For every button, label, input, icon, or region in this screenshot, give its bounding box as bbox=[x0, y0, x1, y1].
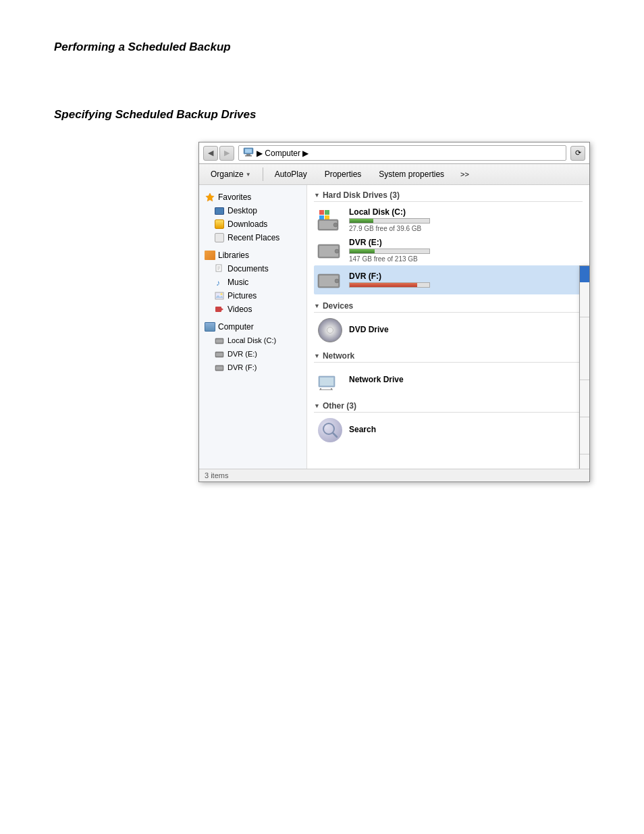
nav-libraries[interactable]: Libraries bbox=[199, 249, 306, 262]
forward-button[interactable]: ▶ bbox=[219, 146, 234, 161]
other-item-name: Search bbox=[349, 425, 580, 434]
context-sep3 bbox=[580, 417, 589, 417]
devices-group-label: Devices bbox=[323, 301, 353, 311]
music-icon: ♪ bbox=[214, 277, 225, 288]
dvr-f-wrapper: DVR (F:) Open bbox=[314, 265, 583, 294]
network-group-header: ▼ Network bbox=[314, 351, 583, 363]
context-menu-properties[interactable]: Properties bbox=[580, 457, 589, 469]
nav-downloads[interactable]: Downloads bbox=[199, 217, 306, 231]
network-group-label: Network bbox=[323, 351, 354, 361]
local-disk-c-icon-img bbox=[317, 208, 344, 232]
other-item[interactable]: Search bbox=[314, 415, 583, 444]
context-menu-include-library[interactable]: Include in library ▶ bbox=[580, 361, 589, 377]
screenshot-container: ◀ ▶ ▶ Computer bbox=[54, 142, 590, 482]
nav-videos-label: Videos bbox=[227, 305, 252, 314]
context-menu-share-with[interactable]: Share with ▶ bbox=[580, 319, 589, 336]
section2-title: Specifying Scheduled Backup Drives bbox=[54, 108, 590, 122]
autoplay-button[interactable]: AutoPlay bbox=[267, 167, 315, 182]
properties-button[interactable]: Properties bbox=[317, 167, 369, 182]
nav-computer[interactable]: Computer bbox=[199, 320, 306, 334]
context-menu-open-new-window[interactable]: Open in new window bbox=[580, 282, 589, 298]
nav-documents[interactable]: Documents bbox=[199, 262, 306, 276]
svg-rect-18 bbox=[216, 353, 223, 357]
nav-dvr-e[interactable]: DVR (E:) bbox=[199, 347, 306, 361]
dvr-e-item[interactable]: DVR (E:) 147 GB free of 213 GB bbox=[314, 235, 583, 265]
status-bar: 3 items bbox=[199, 469, 589, 481]
nav-favorites-section: Favorites Desktop bbox=[199, 190, 306, 244]
nav-recent-places[interactable]: Recent Places bbox=[199, 231, 306, 244]
context-menu-copy[interactable]: Copy bbox=[580, 398, 589, 415]
context-menu: Open Open in new window Open AutoPlay... bbox=[579, 265, 589, 469]
explorer-window: ◀ ▶ ▶ Computer bbox=[198, 142, 590, 482]
dvr-e-icon-img bbox=[317, 238, 344, 262]
svg-marker-14 bbox=[221, 308, 223, 311]
toolbar-more-button[interactable]: >> bbox=[454, 167, 475, 181]
other-triangle-icon: ▼ bbox=[314, 402, 320, 409]
network-drive-item[interactable]: Network Drive bbox=[314, 365, 583, 394]
address-path[interactable]: ▶ Computer ▶ bbox=[238, 145, 566, 161]
nav-libraries-label: Libraries bbox=[218, 251, 249, 260]
organize-button[interactable]: Organize ▼ bbox=[203, 167, 259, 182]
back-button[interactable]: ◀ bbox=[203, 146, 218, 161]
network-drive-info: Network Drive bbox=[349, 375, 580, 386]
context-menu-open[interactable]: Open bbox=[580, 266, 589, 282]
address-path-icon bbox=[243, 147, 254, 159]
nav-videos[interactable]: Videos bbox=[199, 303, 306, 316]
videos-icon bbox=[214, 304, 225, 315]
nav-tree: Favorites Desktop bbox=[199, 185, 307, 469]
dvr-f-name: DVR (F:) bbox=[349, 271, 580, 281]
context-sep1 bbox=[580, 317, 589, 317]
dvd-device-item[interactable]: DVD Drive bbox=[314, 315, 583, 344]
address-bar: ◀ ▶ ▶ Computer bbox=[199, 142, 589, 164]
section1: Performing a Scheduled Backup bbox=[54, 41, 590, 54]
other-group: ▼ Other (3) bbox=[314, 401, 583, 444]
recent-places-icon bbox=[214, 232, 225, 243]
section1-title: Performing a Scheduled Backup bbox=[54, 41, 590, 54]
nav-dvr-e-label: DVR (E:) bbox=[227, 350, 257, 358]
local-disk-c-size: 27.9 GB free of 39.6 GB bbox=[349, 225, 580, 232]
nav-desktop-label: Desktop bbox=[227, 206, 257, 215]
desktop-icon bbox=[214, 205, 225, 216]
context-menu-restore-versions[interactable]: Restore previous versions bbox=[580, 336, 589, 361]
hdd-group-header: ▼ Hard Disk Drives (3) bbox=[314, 190, 583, 202]
svg-point-12 bbox=[221, 293, 223, 295]
nav-local-disk-c[interactable]: Local Disk (C:) bbox=[199, 334, 306, 347]
local-disk-c-bar bbox=[349, 218, 430, 224]
context-menu-create-shortcut[interactable]: Create shortcut bbox=[580, 419, 589, 436]
dvr-f-item[interactable]: DVR (F:) bbox=[314, 265, 583, 294]
svg-point-27 bbox=[333, 223, 338, 227]
nav-desktop[interactable]: Desktop bbox=[199, 204, 306, 217]
context-sep2 bbox=[580, 380, 589, 380]
context-menu-open-autoplay[interactable]: Open AutoPlay... bbox=[580, 298, 589, 315]
pictures-icon bbox=[214, 290, 225, 301]
refresh-button[interactable]: ⟳ bbox=[570, 146, 585, 161]
dvr-f-fill bbox=[350, 283, 417, 287]
nav-favorites-label: Favorites bbox=[218, 192, 251, 202]
documents-icon bbox=[214, 263, 225, 274]
svg-text:♪: ♪ bbox=[216, 278, 220, 287]
network-group: ▼ Network bbox=[314, 351, 583, 394]
dvr-e-bar bbox=[349, 249, 430, 254]
context-menu-rename[interactable]: Rename bbox=[580, 436, 589, 452]
hard-disk-drives-group: ▼ Hard Disk Drives (3) bbox=[314, 190, 583, 294]
nav-computer-label: Computer bbox=[218, 322, 254, 332]
nav-pictures[interactable]: Pictures bbox=[199, 289, 306, 303]
hdd-group-label: Hard Disk Drives (3) bbox=[323, 190, 400, 200]
dvr-e-size: 147 GB free of 213 GB bbox=[349, 255, 580, 263]
nav-dvr-f[interactable]: DVR (F:) bbox=[199, 361, 306, 374]
other-search-icon bbox=[317, 418, 344, 442]
section2: Specifying Scheduled Backup Drives ◀ ▶ bbox=[54, 108, 590, 482]
downloads-icon bbox=[214, 219, 225, 230]
page-content: Performing a Scheduled Backup Specifying… bbox=[0, 0, 644, 543]
dvr-e-name: DVR (E:) bbox=[349, 238, 580, 247]
libraries-icon bbox=[205, 250, 215, 261]
local-disk-c-item[interactable]: Local Disk (C:) 27.9 GB free of 39.6 GB bbox=[314, 205, 583, 235]
computer-icon bbox=[205, 321, 215, 332]
nav-local-disk-c-label: Local Disk (C:) bbox=[227, 336, 276, 344]
nav-music[interactable]: ♪ Music bbox=[199, 276, 306, 289]
dvd-disc-icon bbox=[318, 318, 342, 342]
local-disk-c-icon bbox=[214, 335, 225, 346]
context-menu-format[interactable]: Format... bbox=[580, 382, 589, 398]
system-properties-button[interactable]: System properties bbox=[371, 167, 452, 182]
nav-favorites[interactable]: Favorites bbox=[199, 190, 306, 204]
